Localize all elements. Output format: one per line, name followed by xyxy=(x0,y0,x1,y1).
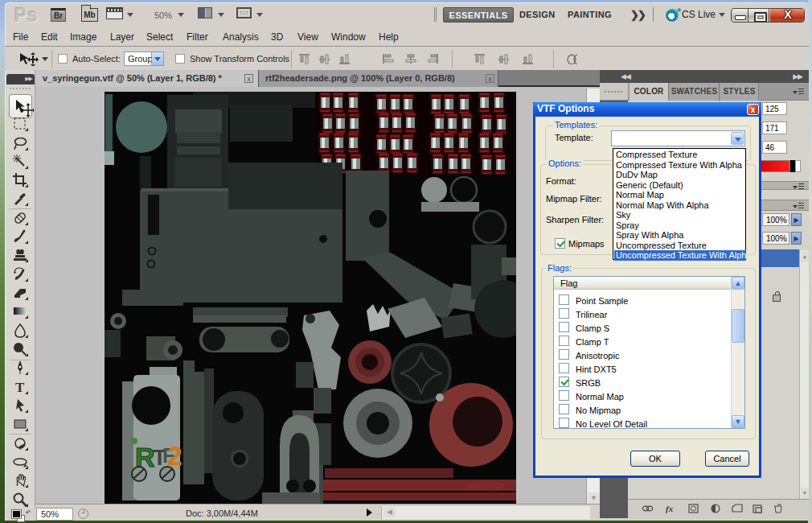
svg-text:T: T xyxy=(15,380,25,395)
svg-text:2: 2 xyxy=(167,440,182,471)
svg-text:fx: fx xyxy=(666,504,674,513)
